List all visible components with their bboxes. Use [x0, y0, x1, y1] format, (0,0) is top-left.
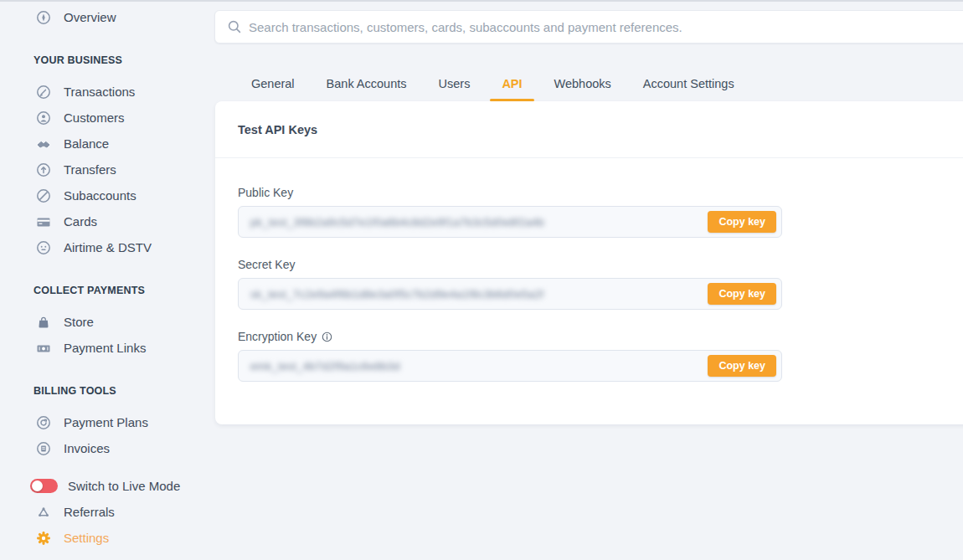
panel-title: Test API Keys — [215, 101, 963, 158]
share-triangle-icon — [35, 504, 51, 520]
sidebar-item-balance[interactable]: Balance — [0, 131, 214, 157]
api-keys-panel: Test API Keys Public Key pk_test_3f8b2a9… — [215, 101, 963, 424]
secret-key-label: Secret Key — [238, 258, 782, 271]
public-key-label: Public Key — [238, 186, 782, 199]
arrow-up-circle-icon — [35, 162, 51, 177]
sidebar-item-invoices[interactable]: Invoices — [0, 435, 214, 461]
field-label-text: Secret Key — [238, 258, 295, 271]
field-label-text: Public Key — [238, 186, 293, 199]
sidebar-section-collect-payments: COLLECT PAYMENTS — [0, 283, 214, 298]
pen-circle-icon — [35, 84, 51, 100]
sidebar-item-overview[interactable]: Overview — [0, 4, 214, 30]
gauge-icon — [35, 9, 51, 25]
credit-card-icon — [35, 213, 51, 229]
sidebar-item-referrals[interactable]: Referrals — [0, 499, 214, 525]
toggle-knob — [32, 480, 43, 491]
handshake-icon — [35, 136, 51, 152]
live-mode-label: Switch to Live Mode — [68, 479, 180, 493]
global-search-bar[interactable] — [214, 10, 963, 44]
search-icon — [227, 19, 242, 34]
person-circle-icon — [35, 110, 51, 126]
toggle-off-icon[interactable] — [30, 479, 58, 493]
public-key-field: Public Key pk_test_3f8b2a9c5d7e1f0a6b4c8… — [238, 186, 782, 238]
secret-key-value-blurred: sk_test_7c2e9a4f6b1d8e3a0f5c7b2d9e4a1f8c… — [250, 288, 543, 301]
sidebar-item-cards[interactable]: Cards — [0, 208, 214, 234]
secret-key-field: Secret Key sk_test_7c2e9a4f6b1d8e3a0f5c7… — [238, 258, 782, 310]
refresh-circle-icon — [35, 414, 51, 430]
public-key-box[interactable]: pk_test_3f8b2a9c5d7e1f0a6b4c8d2e9f1a7b3c… — [238, 206, 782, 238]
sidebar-item-payment-plans[interactable]: Payment Plans — [0, 409, 214, 435]
face-circle-icon — [35, 239, 51, 255]
encryption-key-value-blurred: emk_test_4b7d2f9a1c6e8b3d — [250, 360, 400, 372]
sidebar-item-label: Transfers — [64, 162, 116, 177]
public-key-value-blurred: pk_test_3f8b2a9c5d7e1f0a6b4c8d2e9f1a7b3c… — [250, 216, 544, 229]
sidebar-item-label: Referrals — [64, 505, 115, 519]
gear-icon — [35, 530, 51, 546]
sidebar-item-label: Airtime & DSTV — [64, 240, 152, 254]
tab-webhooks[interactable]: Webhooks — [541, 67, 625, 101]
sidebar-item-label: Subaccounts — [64, 188, 136, 203]
search-input[interactable] — [249, 20, 963, 34]
info-icon[interactable] — [322, 331, 332, 342]
sidebar-item-label: Store — [64, 315, 94, 329]
encryption-key-field: Encryption Key emk_test_4b7d2f9a1c6e8b3d… — [238, 330, 782, 382]
sidebar-item-label: Overview — [64, 10, 116, 24]
sidebar-section-billing-tools: BILLING TOOLS — [0, 383, 214, 398]
copy-public-key-button[interactable]: Copy key — [708, 211, 776, 233]
tab-general[interactable]: General — [238, 67, 308, 101]
tab-bank-accounts[interactable]: Bank Accounts — [313, 67, 420, 101]
sidebar-item-label: Cards — [64, 214, 97, 229]
tab-api[interactable]: API — [488, 67, 535, 101]
sidebar-item-store[interactable]: Store — [0, 309, 214, 335]
encryption-key-label: Encryption Key — [238, 330, 782, 343]
sidebar-item-label: Customers — [64, 110, 125, 125]
invoice-circle-icon — [35, 440, 51, 456]
sidebar-item-customers[interactable]: Customers — [0, 105, 214, 131]
field-label-text: Encryption Key — [238, 330, 317, 343]
sidebar-item-label: Settings — [64, 531, 109, 545]
sidebar-item-payment-links[interactable]: Payment Links — [0, 335, 214, 361]
copy-encryption-key-button[interactable]: Copy key — [708, 355, 776, 377]
slash-circle-icon — [35, 188, 51, 203]
main-content: General Bank Accounts Users API Webhooks… — [214, 2, 963, 560]
sidebar-item-label: Transactions — [64, 85, 135, 99]
secret-key-box[interactable]: sk_test_7c2e9a4f6b1d8e3a0f5c7b2d9e4a1f8c… — [238, 278, 782, 310]
settings-tabs: General Bank Accounts Users API Webhooks… — [238, 67, 748, 101]
sidebar-item-label: Payment Plans — [64, 415, 148, 429]
sidebar-item-transfers[interactable]: Transfers — [0, 157, 214, 182]
sidebar-item-airtime-dstv[interactable]: Airtime & DSTV — [0, 234, 214, 260]
sidebar-item-subaccounts[interactable]: Subaccounts — [0, 182, 214, 208]
sidebar: Overview YOUR BUSINESS Transactions Cust… — [0, 2, 214, 560]
sidebar-item-transactions[interactable]: Transactions — [0, 79, 214, 105]
sidebar-item-label: Balance — [64, 136, 109, 151]
live-mode-toggle-row[interactable]: Switch to Live Mode — [0, 473, 214, 499]
banknote-icon — [35, 340, 51, 356]
sidebar-item-label: Invoices — [64, 441, 110, 455]
tab-account-settings[interactable]: Account Settings — [630, 67, 748, 101]
tab-users[interactable]: Users — [425, 67, 484, 101]
sidebar-item-label: Payment Links — [64, 341, 146, 355]
sidebar-item-settings[interactable]: Settings — [0, 525, 214, 551]
encryption-key-box[interactable]: emk_test_4b7d2f9a1c6e8b3d Copy key — [238, 350, 782, 382]
copy-secret-key-button[interactable]: Copy key — [708, 283, 776, 305]
sidebar-section-your-business: YOUR BUSINESS — [0, 53, 214, 68]
shopping-bag-icon — [35, 314, 51, 330]
